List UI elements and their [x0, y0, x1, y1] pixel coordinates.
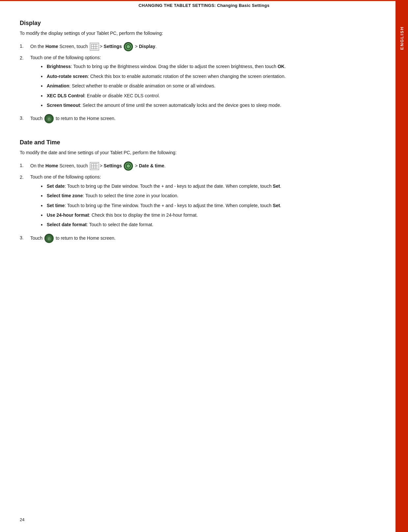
bullet-brightness: • Brightness: Touch to bring up the Brig…	[41, 63, 382, 70]
dt-home-bold: Home	[45, 163, 58, 168]
settings-bold: Settings	[104, 44, 122, 49]
brightness-term: Brightness	[47, 64, 71, 69]
step-number-1: 1.	[20, 42, 30, 50]
date-time-intro: To modify the date and time settings of …	[20, 149, 382, 156]
select-timezone-term: Select time zone	[47, 193, 83, 198]
dt-step-3-content: Touch to return to the Home screen.	[30, 234, 382, 243]
date-format-term: Select date format	[47, 222, 87, 227]
set-bold-1: Set	[273, 183, 280, 189]
dt-settings-icon	[124, 161, 133, 171]
display-step-3: 3. Touch to return to the Home screen.	[20, 114, 382, 123]
grid-icon	[90, 43, 99, 51]
dt-grid-icon	[90, 162, 99, 170]
side-tab-label: ENGLISH	[399, 26, 404, 50]
dt-step-number-1: 1.	[20, 161, 30, 169]
bullet-set-time: • Set time: Touch to bring up the Time w…	[41, 202, 382, 209]
step-number-3: 3.	[20, 114, 30, 122]
dt-date-time-bold: Date & time	[139, 163, 164, 168]
display-intro: To modify the display settings of your T…	[20, 30, 382, 37]
screen-timeout-term: Screen timeout	[47, 103, 80, 108]
bullet-animation: • Animation: Select whether to enable or…	[41, 83, 382, 90]
step-2-text: Touch one of the following options:	[30, 55, 101, 60]
settings-icon	[124, 42, 133, 51]
dt-step-1-content: On the Home Screen, touch > Settings > D…	[30, 161, 382, 171]
bullet-select-timezone: • Select time zone: Touch to select the …	[41, 192, 382, 200]
24hr-term: Use 24-hour format	[47, 212, 89, 218]
dt-step-3: 3. Touch to return to the Home screen.	[20, 234, 382, 243]
set-bold-2: Set	[273, 203, 280, 208]
display-steps-list: 1. On the Home Screen, touch > Settings …	[20, 42, 382, 123]
step-number-2: 2.	[20, 54, 30, 61]
step-3-content: Touch to return to the Home screen.	[30, 114, 382, 123]
dt-step-number-3: 3.	[20, 234, 30, 241]
page-number: 24	[20, 517, 24, 522]
display-step-1: 1. On the Home Screen, touch > Settings …	[20, 42, 382, 51]
main-content: Display To modify the display settings o…	[20, 10, 382, 259]
bullet-screen-timeout: • Screen timeout: Select the amount of t…	[41, 102, 382, 109]
set-time-term: Set time	[47, 203, 64, 208]
bullet-date-format: • Select date format: Touch to select th…	[41, 221, 382, 229]
dt-step-2-text: Touch one of the following options:	[30, 174, 101, 180]
dt-step-1: 1. On the Home Screen, touch > Settings …	[20, 161, 382, 171]
display-bold: Display	[139, 44, 155, 49]
section-gap-1	[20, 127, 382, 136]
dt-step-2: 2. Touch one of the following options: •…	[20, 173, 382, 231]
date-time-section-heading: Date and Time	[20, 139, 382, 146]
side-tab: ENGLISH	[395, 0, 408, 532]
step-1-content: On the Home Screen, touch > Settings > D…	[30, 42, 382, 51]
display-section-heading: Display	[20, 20, 382, 27]
auto-rotate-term: Auto-rotate screen	[47, 74, 88, 79]
bullet-xec: • XEC DLS Control: Enable or disable XEC…	[41, 92, 382, 100]
date-time-steps-list: 1. On the Home Screen, touch > Settings …	[20, 161, 382, 243]
dt-step-2-content: Touch one of the following options: • Se…	[30, 173, 382, 231]
step-2-content: Touch one of the following options: • Br…	[30, 54, 382, 111]
bullet-auto-rotate: • Auto-rotate screen: Check this box to …	[41, 73, 382, 80]
display-step-2: 2. Touch one of the following options: •…	[20, 54, 382, 111]
bullet-set-date: • Set date: Touch to bring up the Date w…	[41, 183, 382, 190]
home-bold: Home	[45, 44, 58, 49]
home-icon-display	[44, 114, 54, 123]
set-date-term: Set date	[47, 183, 64, 189]
home-icon-datetime	[44, 234, 54, 243]
dt-step-number-2: 2.	[20, 173, 30, 181]
page-header: CHANGING THE TABLET SETTINGS: Changing B…	[0, 0, 408, 10]
ok-bold: OK	[278, 64, 285, 69]
dt-bullet-list: • Set date: Touch to bring up the Date w…	[41, 183, 382, 229]
xec-term: XEC DLS Control	[47, 93, 84, 98]
bullet-24hr: • Use 24-hour format: Check this box to …	[41, 212, 382, 219]
animation-term: Animation	[47, 83, 69, 88]
display-bullet-list: • Brightness: Touch to bring up the Brig…	[41, 63, 382, 109]
dt-settings-bold: Settings	[104, 163, 122, 168]
